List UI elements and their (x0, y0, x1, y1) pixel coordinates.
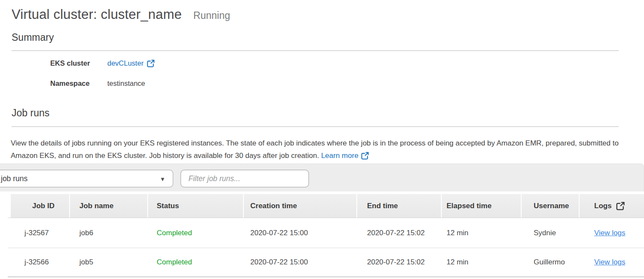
column-header-creation-time: Creation time (244, 194, 357, 218)
table-row: j-32566 job5 Completed 2020-07-22 15:00 … (8, 248, 644, 277)
cell-creation-time: 2020-07-22 15:00 (244, 229, 357, 237)
table-row: j-32567 job6 Completed 2020-07-22 15:00 … (8, 218, 644, 248)
caret-down-icon: ▼ (160, 176, 165, 182)
cell-elapsed-time: 12 min (442, 258, 522, 267)
filter-search-input[interactable] (180, 170, 309, 188)
filter-scope-value: job runs (0, 174, 27, 183)
eks-cluster-link[interactable]: devCLuster (107, 59, 155, 67)
view-logs-link[interactable]: View logs (594, 258, 625, 267)
column-header-logs: Logs (580, 194, 644, 218)
job-runs-divider (12, 126, 619, 127)
column-header-end-time: End time (357, 194, 442, 218)
job-runs-description: View the details of jobs running on your… (11, 137, 620, 162)
summary-divider (12, 50, 619, 51)
cell-status: Completed (148, 258, 244, 267)
column-header-job-id: Job ID (11, 194, 70, 218)
cell-end-time: 2020-07-22 15:02 (357, 258, 442, 267)
cell-username: Sydnie (522, 229, 580, 237)
cell-creation-time: 2020-07-22 15:00 (244, 258, 357, 267)
summary-heading: Summary (12, 32, 54, 43)
external-link-icon (361, 152, 369, 160)
external-link-icon (147, 60, 155, 67)
cell-end-time: 2020-07-22 15:02 (357, 229, 442, 237)
table-filter-bar: job runs ▼ (0, 164, 644, 191)
header-lead-gap (0, 194, 11, 218)
column-header-logs-text: Logs (594, 202, 612, 210)
cell-job-id: j-32567 (11, 229, 70, 237)
column-header-elapsed-time: Elapsed time (442, 194, 522, 218)
filter-scope-dropdown[interactable]: job runs ▼ (0, 170, 173, 188)
cell-status: Completed (148, 229, 244, 237)
cell-username: Guillermo (522, 258, 580, 267)
namespace-label: Namespace (50, 79, 90, 88)
external-link-icon (616, 202, 625, 210)
job-runs-table-header: Job ID Job name Status Creation time End… (0, 194, 644, 218)
cell-job-name: job6 (70, 229, 148, 237)
eks-cluster-label: EKS cluster (50, 59, 90, 67)
cell-job-name: job5 (70, 258, 148, 267)
cell-job-id: j-32566 (11, 258, 70, 267)
column-header-username: Username (522, 194, 580, 218)
virtual-cluster-page: Virtual cluster: cluster_name Running Su… (0, 0, 644, 279)
column-header-job-name: Job name (70, 194, 148, 218)
job-runs-heading: Job runs (12, 107, 49, 119)
learn-more-link[interactable]: Learn more (321, 150, 369, 162)
job-runs-description-text: View the details of jobs running on your… (11, 139, 619, 160)
column-header-status: Status (148, 194, 244, 218)
page-title: Virtual cluster: cluster_name (12, 7, 182, 22)
cluster-status-badge: Running (193, 10, 230, 21)
view-logs-link[interactable]: View logs (594, 229, 625, 237)
namespace-value: testinstance (107, 79, 145, 88)
learn-more-text: Learn more (321, 150, 358, 162)
page-title-row: Virtual cluster: cluster_name Running (12, 7, 230, 22)
cell-elapsed-time: 12 min (442, 229, 522, 237)
eks-cluster-link-text: devCLuster (107, 59, 143, 67)
